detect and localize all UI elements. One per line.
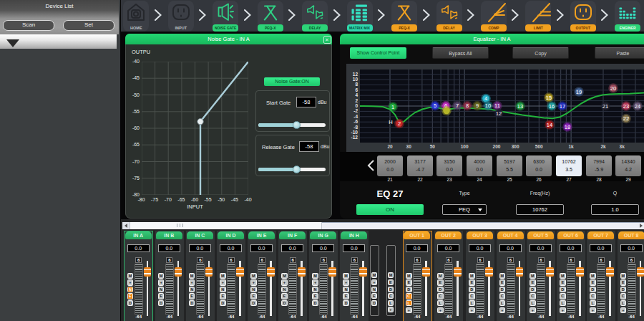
svg-text:1: 1 [391,104,394,110]
svg-text:22: 22 [623,115,629,122]
svg-text:4: 4 [484,95,487,102]
svg-text:19: 19 [576,89,582,95]
svg-text:14: 14 [547,122,552,128]
svg-text:9: 9 [476,102,479,109]
svg-text:12: 12 [496,110,502,117]
svg-text:11: 11 [494,102,500,109]
svg-text:H: H [389,119,392,125]
svg-text:15: 15 [546,95,552,101]
svg-text:16: 16 [549,103,555,110]
svg-text:23: 23 [623,103,629,110]
svg-text:10: 10 [485,102,491,109]
svg-text:17: 17 [560,103,565,110]
svg-text:8: 8 [466,102,469,109]
svg-text:21: 21 [602,103,608,110]
svg-text:20: 20 [610,85,616,92]
svg-text:24: 24 [635,103,640,110]
svg-text:5: 5 [434,102,436,109]
svg-text:2: 2 [398,120,401,127]
svg-text:18: 18 [565,124,570,130]
svg-text:13: 13 [517,103,523,110]
svg-text:7: 7 [456,102,459,109]
